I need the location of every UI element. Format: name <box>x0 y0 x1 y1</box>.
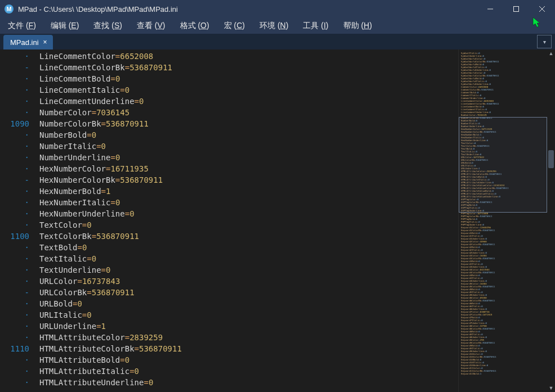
gutter-marker: · <box>0 84 29 96</box>
code-line[interactable]: URLColor=16737843 <box>39 276 458 287</box>
code-line[interactable]: HexNumberItalic=0 <box>39 197 458 208</box>
code-line[interactable]: HTMLAttributeBold=0 <box>39 354 458 366</box>
scrollbar-track[interactable] <box>547 57 555 384</box>
menu-n[interactable]: 环境 (N) <box>259 21 288 31</box>
gutter-marker: - <box>0 62 29 73</box>
tab-mpad-ini[interactable]: MPad.ini × <box>3 35 53 49</box>
gutter-marker: 1110 <box>0 343 29 354</box>
gutter-marker: · <box>0 377 29 388</box>
code-line[interactable]: URLColorBk=536870911 <box>39 287 458 298</box>
line-number-gutter: ·-····1090····-····1100····-····1110··· <box>0 49 34 392</box>
gutter-marker: · <box>0 186 29 197</box>
code-line[interactable]: NumberUnderline=0 <box>39 152 458 163</box>
menu-s[interactable]: 查找 (S) <box>93 21 122 31</box>
minimap-viewport-indicator[interactable] <box>459 117 547 213</box>
gutter-marker: · <box>0 264 29 276</box>
code-line[interactable]: HexNumberUnderline=0 <box>39 208 458 219</box>
gutter-marker: · <box>0 276 29 287</box>
gutter-marker: · <box>0 129 29 141</box>
minimap[interactable]: SymbolItalic=0SymbolUnderline=0SymbolWor… <box>458 49 547 392</box>
code-line[interactable]: URLBold=0 <box>39 298 458 309</box>
gutter-marker: 1100 <box>0 231 29 242</box>
code-line[interactable]: URLUnderline=1 <box>39 321 458 332</box>
gutter-marker: · <box>0 96 29 107</box>
code-line[interactable]: LineCommentUnderline=0 <box>39 96 458 107</box>
code-line[interactable]: NumberColorBk=536870911 <box>39 118 458 129</box>
gutter-marker: · <box>0 152 29 163</box>
menu-f[interactable]: 文件 (F) <box>8 21 36 31</box>
gutter-marker: · <box>0 208 29 219</box>
gutter-marker: · <box>0 309 29 321</box>
scroll-up-arrow-icon[interactable]: ▲ <box>547 49 555 57</box>
gutter-marker: · <box>0 163 29 174</box>
menu-c[interactable]: 宏 (C) <box>224 21 245 31</box>
editor: ·-····1090····-····1100····-····1110··· … <box>0 49 555 392</box>
menubar: 文件 (F)编辑 (E)查找 (S)查看 (V)格式 (O)宏 (C)环境 (N… <box>0 18 555 34</box>
code-line[interactable]: LineCommentItalic=0 <box>39 84 458 96</box>
code-line[interactable]: HTMLAttributeUnderline=0 <box>39 377 458 388</box>
gutter-marker: · <box>0 298 29 309</box>
window-title: MPad - C:\Users\ \Desktop\MPad\MPad\MPad… <box>18 5 178 13</box>
minimap-line: Keyword11Bold=1 <box>461 372 545 375</box>
code-line[interactable]: HexNumberColorBk=536870911 <box>39 174 458 186</box>
gutter-marker: · <box>0 141 29 152</box>
tab-label: MPad.ini <box>10 38 39 47</box>
code-line[interactable]: HexNumberColor=16711935 <box>39 163 458 174</box>
code-line[interactable]: URLItalic=0 <box>39 309 458 321</box>
code-line[interactable]: NumberColor=7036145 <box>39 107 458 118</box>
menu-h[interactable]: 帮助 (H) <box>343 21 372 31</box>
code-line[interactable]: TextColorBk=536870911 <box>39 231 458 242</box>
window-titlebar: M MPad - C:\Users\ \Desktop\MPad\MPad\MP… <box>0 0 555 18</box>
code-line[interactable]: LineCommentColor=6652008 <box>39 51 458 62</box>
gutter-marker: · <box>0 242 29 253</box>
gutter-marker: · <box>0 321 29 332</box>
window-close-button[interactable] <box>529 0 555 18</box>
tab-close-icon[interactable]: × <box>43 38 47 46</box>
code-line[interactable]: HTMLAttributeColorBk=536870911 <box>39 343 458 354</box>
gutter-marker: · <box>0 354 29 366</box>
code-line[interactable]: LineCommentBold=0 <box>39 73 458 84</box>
code-line[interactable]: HexNumberBold=1 <box>39 186 458 197</box>
menu-e[interactable]: 编辑 (E) <box>51 21 79 31</box>
gutter-marker: - <box>0 174 29 186</box>
gutter-marker: · <box>0 219 29 231</box>
code-text-area[interactable]: LineCommentColor=6652008LineCommentColor… <box>34 49 458 392</box>
menu-i[interactable]: 工具 (I) <box>303 21 328 31</box>
scroll-down-arrow-icon[interactable]: ▼ <box>547 384 555 392</box>
gutter-marker: · <box>0 107 29 118</box>
gutter-marker: 1090 <box>0 118 29 129</box>
gutter-marker: · <box>0 197 29 208</box>
code-line[interactable]: TextColor=0 <box>39 219 458 231</box>
gutter-marker: · <box>0 366 29 377</box>
code-line[interactable]: TextBold=0 <box>39 242 458 253</box>
menu-o[interactable]: 格式 (O) <box>180 21 209 31</box>
tab-list-dropdown[interactable]: ▾ <box>537 35 552 48</box>
gutter-marker: · <box>0 51 29 62</box>
code-line[interactable]: NumberItalic=0 <box>39 141 458 152</box>
gutter-marker: · <box>0 332 29 343</box>
code-line[interactable]: LineCommentColorBk=536870911 <box>39 62 458 73</box>
gutter-marker: · <box>0 73 29 84</box>
code-line[interactable]: NumberBold=0 <box>39 129 458 141</box>
vertical-scrollbar[interactable]: ▲ ▼ <box>547 49 555 392</box>
gutter-marker: · <box>0 253 29 264</box>
code-line[interactable]: TextItalic=0 <box>39 253 458 264</box>
window-minimize-button[interactable] <box>477 0 503 18</box>
scrollbar-thumb[interactable] <box>548 150 554 168</box>
app-logo-icon: M <box>5 4 14 13</box>
code-line[interactable]: TextUnderline=0 <box>39 264 458 276</box>
code-line[interactable]: HTMLAttributeItalic=0 <box>39 366 458 377</box>
menu-v[interactable]: 查看 (V) <box>137 21 165 31</box>
document-tabstrip: MPad.ini × ▾ <box>0 34 555 49</box>
gutter-marker: - <box>0 287 29 298</box>
window-maximize-button[interactable] <box>503 0 529 18</box>
svg-rect-1 <box>514 7 519 12</box>
code-line[interactable]: HTMLAttributeColor=2839259 <box>39 332 458 343</box>
